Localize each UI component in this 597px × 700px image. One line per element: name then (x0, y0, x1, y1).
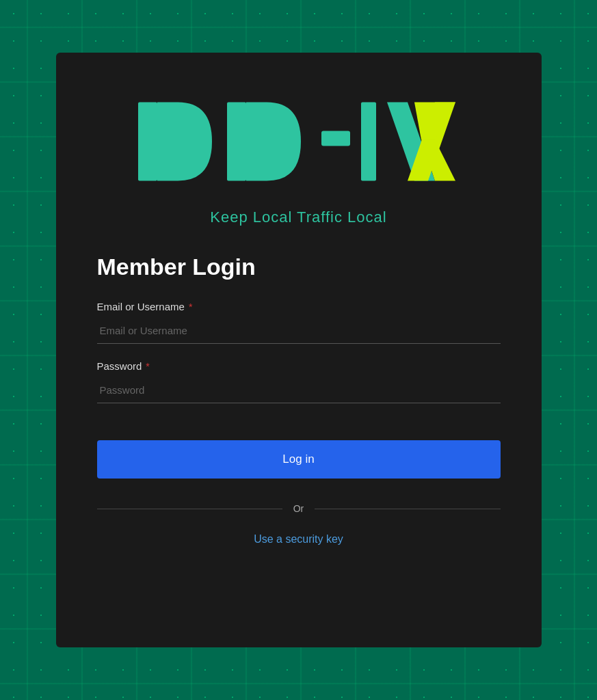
password-field-group: Password * (97, 360, 501, 403)
divider-line-left (97, 509, 282, 509)
login-button[interactable]: Log in (97, 440, 501, 479)
divider: Or (97, 503, 501, 514)
divider-line-right (315, 509, 500, 509)
security-key-link[interactable]: Use a security key (97, 533, 501, 546)
email-label: Email or Username * (97, 301, 501, 312)
login-form: Member Login Email or Username * Passwor… (97, 254, 501, 546)
page-title: Member Login (97, 254, 501, 280)
svg-rect-3 (361, 103, 376, 181)
divider-text: Or (293, 503, 304, 514)
logo-area: Keep Local Traffic Local (97, 94, 501, 226)
svg-marker-6 (414, 103, 455, 140)
password-required-indicator: * (146, 361, 149, 372)
email-required-indicator: * (189, 301, 192, 312)
svg-rect-0 (138, 103, 157, 181)
tagline: Keep Local Traffic Local (97, 208, 501, 226)
password-input[interactable] (97, 377, 501, 403)
logo-image (131, 94, 466, 203)
login-card: Keep Local Traffic Local Member Login Em… (56, 53, 542, 647)
password-label: Password * (97, 360, 501, 372)
email-input[interactable] (97, 318, 501, 344)
svg-rect-1 (227, 103, 246, 181)
svg-rect-2 (321, 131, 350, 146)
email-field-group: Email or Username * (97, 301, 501, 344)
